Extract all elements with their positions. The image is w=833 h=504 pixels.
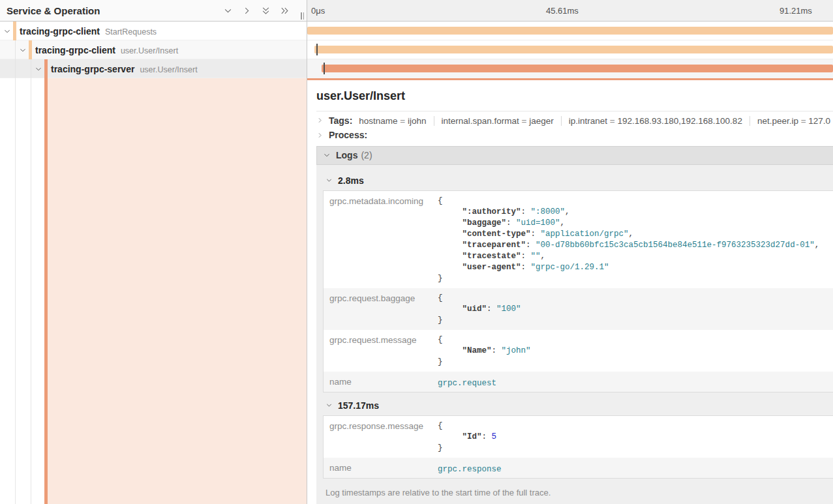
logs-accordion: Logs (2) 2.8msgrpc.metadata.incoming{ ":…	[316, 146, 833, 504]
collapse-one-button[interactable]	[223, 6, 233, 16]
chevron-down-icon[interactable]	[34, 65, 43, 74]
process-accordion-toggle[interactable]: Process:	[316, 129, 833, 141]
field-value: grpc.response	[438, 458, 506, 478]
field-value: grpc.request	[438, 372, 500, 392]
chevron-right-icon	[316, 117, 324, 124]
log-field-row: grpc.request.baggage{ "uid": "100" }	[324, 288, 833, 330]
field-key: grpc.metadata.incoming	[324, 191, 438, 288]
ruler-tick-label: 0μs	[311, 6, 325, 16]
logs-footer-note: Log timestamps are relative to the start…	[326, 488, 833, 497]
logs-count: (2)	[361, 150, 372, 160]
tags-label: Tags:	[329, 115, 352, 126]
expand-one-button[interactable]	[242, 6, 252, 16]
panel-divider	[307, 0, 307, 504]
log-fields-table: grpc.metadata.incoming{ ":authority": ":…	[323, 190, 833, 393]
log-field-row: namegrpc.response	[324, 458, 833, 478]
span-tree-row[interactable]: tracing-grpc-clientStartRequests	[0, 22, 307, 40]
log-entry-toggle[interactable]: 2.8ms	[326, 175, 833, 186]
span-name-label: tracing-grpc-clientuser.User/Insert	[35, 40, 178, 59]
span-start-marker	[316, 44, 318, 55]
service-name: tracing-grpc-client	[20, 26, 100, 37]
span-duration-bar[interactable]	[314, 46, 833, 53]
timeline-span-row[interactable]	[307, 59, 833, 78]
double-chevron-down-icon	[261, 6, 271, 16]
field-key: grpc.request.baggage	[324, 288, 438, 330]
process-label: Process:	[329, 130, 367, 140]
tag-summary-item: internal.span.format = jaeger	[442, 116, 554, 126]
chevron-down-icon	[223, 6, 233, 16]
span-detail-left-gutter	[0, 78, 307, 504]
logs-accordion-toggle[interactable]: Logs (2)	[316, 146, 833, 165]
log-field-row: grpc.response.message{ "Id": 5 }	[324, 416, 833, 458]
service-color-bar	[29, 40, 32, 59]
collapse-all-button[interactable]	[261, 6, 271, 16]
field-key: grpc.response.message	[324, 416, 438, 458]
timeline-span-row[interactable]	[307, 22, 833, 40]
tags-accordion-toggle[interactable]: Tags: hostname = ijohninternal.span.form…	[316, 115, 833, 126]
service-operation-heading: Service & Operation	[0, 5, 223, 16]
logs-label: Logs	[336, 150, 357, 160]
indent-guide	[31, 78, 31, 504]
span-start-marker	[324, 63, 325, 74]
timeline-ruler: 0μs45.61ms91.21ms	[307, 0, 833, 22]
operation-name: user.User/Insert	[140, 65, 197, 74]
logs-content: 2.8msgrpc.metadata.incoming{ ":authority…	[316, 165, 833, 504]
span-name-label: tracing-grpc-clientStartRequests	[20, 22, 157, 40]
tag-summary-item: net.peer.ip = 127.0	[757, 116, 830, 126]
chevron-down-icon	[323, 151, 331, 159]
timeline-span-row[interactable]	[307, 40, 833, 59]
tag-summary-item: ip.intranet = 192.168.93.180,192.168.100…	[569, 116, 742, 126]
span-tree-row[interactable]: tracing-grpc-serveruser.User/Insert	[0, 59, 307, 78]
log-fields-table: grpc.response.message{ "Id": 5 }namegrpc…	[323, 415, 833, 479]
field-value: { "Name": "john" }	[438, 330, 535, 372]
timeline-panel: 0μs45.61ms91.21ms user.User/Insert Tags:…	[307, 0, 833, 504]
log-field-row: grpc.request.message{ "Name": "john" }	[324, 330, 833, 372]
span-detail-title: user.User/Insert	[316, 89, 833, 103]
service-name: tracing-grpc-server	[51, 64, 134, 74]
expand-all-button[interactable]	[280, 6, 290, 16]
divider	[316, 111, 833, 111]
span-name-label: tracing-grpc-serveruser.User/Insert	[51, 59, 198, 78]
span-detail-panel: user.User/Insert Tags: hostname = ijohni…	[307, 78, 833, 504]
chevron-right-icon	[316, 132, 324, 139]
field-value: { ":authority": ":8000", "baggage": "uid…	[438, 191, 823, 288]
tags-summary: hostname = ijohninternal.span.format = j…	[359, 115, 830, 126]
log-field-row: grpc.metadata.incoming{ ":authority": ":…	[324, 191, 833, 288]
log-entry-toggle[interactable]: 157.17ms	[326, 400, 833, 411]
indent-guide	[15, 59, 16, 78]
indent-guide	[15, 78, 16, 504]
indent-guide	[15, 40, 16, 59]
selected-span-highlight	[48, 78, 307, 504]
tag-separator	[750, 116, 750, 126]
tag-separator	[561, 116, 562, 126]
log-timestamp: 2.8ms	[338, 175, 364, 186]
tag-summary-item: hostname = ijohn	[359, 116, 426, 126]
span-tree-header: Service & Operation	[0, 0, 307, 22]
chevron-down-icon	[326, 402, 333, 409]
field-key: name	[324, 372, 438, 392]
service-name: tracing-grpc-client	[35, 45, 115, 55]
ruler-tick-label: 45.61ms	[546, 6, 579, 16]
span-tree-row[interactable]: tracing-grpc-clientuser.User/Insert	[0, 40, 307, 59]
span-duration-bar[interactable]	[307, 27, 833, 35]
field-value: { "Id": 5 }	[438, 416, 500, 458]
double-chevron-right-icon	[280, 6, 290, 16]
tree-controls	[223, 6, 307, 16]
span-duration-bar[interactable]	[322, 65, 833, 72]
operation-name: StartRequests	[105, 27, 157, 37]
ruler-tick-label: 91.21ms	[780, 6, 812, 16]
chevron-down-icon[interactable]	[3, 27, 12, 36]
panel-resize-grip[interactable]	[301, 10, 306, 18]
span-tree-panel: Service & Operation tracing-grpc-clientS…	[0, 0, 307, 504]
service-color-bar	[44, 59, 48, 78]
indent-guide	[31, 59, 31, 78]
chevron-right-icon	[242, 6, 252, 16]
tag-separator	[434, 116, 434, 126]
field-key: grpc.request.message	[324, 330, 438, 372]
log-timestamp: 157.17ms	[338, 400, 379, 411]
field-value: { "uid": "100" }	[438, 288, 525, 330]
trace-timeline-view: Service & Operation tracing-grpc-clientS…	[0, 0, 833, 504]
log-field-row: namegrpc.request	[324, 372, 833, 392]
field-key: name	[324, 458, 438, 478]
chevron-down-icon[interactable]	[18, 46, 27, 55]
